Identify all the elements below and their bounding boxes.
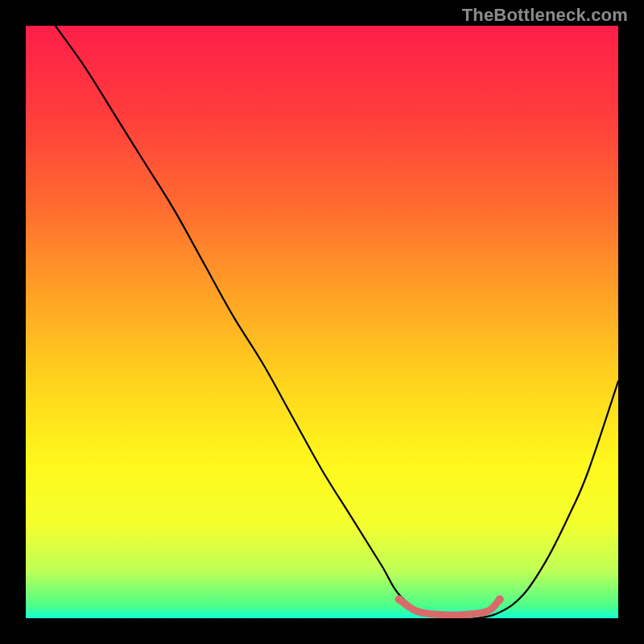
chart-frame: TheBottleneck.com <box>0 0 644 644</box>
highlight-start-dot <box>395 595 403 603</box>
highlight-end-dot <box>496 595 504 603</box>
chart-svg <box>26 26 618 618</box>
plot-area <box>26 26 618 618</box>
watermark-text: TheBottleneck.com <box>462 5 628 26</box>
